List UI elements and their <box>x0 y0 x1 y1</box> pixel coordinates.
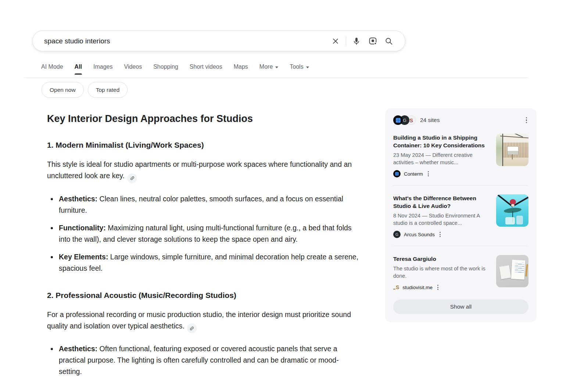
show-all-button[interactable]: Show all <box>393 299 528 314</box>
intro-text: For a professional recording or music pr… <box>47 310 351 330</box>
conterm-favicon-icon <box>393 170 401 177</box>
section-intro: This style is ideal for studio apartment… <box>47 159 360 183</box>
tab-label: Shopping <box>153 64 178 70</box>
bullet-item: Functionality: Maximizing natural light,… <box>58 222 360 245</box>
bullet-list: Aesthetics: Often functional, featuring … <box>47 343 360 377</box>
result-source-name[interactable]: Conterm <box>404 171 423 177</box>
searchbar-divider <box>346 36 346 46</box>
card-item-divider <box>393 246 528 246</box>
tab-tools[interactable]: Tools <box>290 64 309 75</box>
answer-title: Key Interior Design Approaches for Studi… <box>47 112 360 125</box>
bullet-text: Clean lines, neutral color palettes, smo… <box>59 195 343 214</box>
tab-ai-mode[interactable]: AI Mode <box>41 64 63 75</box>
chevron-down-icon <box>275 66 278 68</box>
citation-button[interactable] <box>127 173 137 183</box>
result-title[interactable]: Teresa Gargiulo <box>393 255 490 263</box>
result-title[interactable]: Building a Studio in a Shipping Containe… <box>393 134 490 149</box>
result-menu-button[interactable] <box>436 283 440 291</box>
filter-chip-open-now[interactable]: Open now <box>42 82 84 98</box>
voice-search-button[interactable] <box>348 33 365 49</box>
filter-chips: Open now Top rated <box>42 82 128 98</box>
ai-answer: Key Interior Design Approaches for Studi… <box>47 112 360 377</box>
tab-label: All <box>75 64 82 70</box>
card-menu-button[interactable] <box>524 116 529 125</box>
search-input[interactable] <box>43 37 327 46</box>
result-menu-button[interactable] <box>438 230 442 238</box>
tab-label: Images <box>93 64 112 70</box>
x-icon <box>331 37 340 46</box>
tab-maps[interactable]: Maps <box>234 64 248 75</box>
arcus-favicon-icon: G <box>393 231 401 238</box>
tab-short-videos[interactable]: Short videos <box>190 64 222 75</box>
tab-label: Videos <box>124 64 142 70</box>
result-source-name[interactable]: studiovisit.me <box>402 285 433 290</box>
result-thumbnail[interactable] <box>496 134 528 166</box>
bullet-label: Aesthetics: <box>59 345 97 353</box>
sources-card: G S 24 sites Building a Studio in a Ship… <box>385 108 537 322</box>
bullet-item: Aesthetics: Clean lines, neutral color p… <box>58 193 360 216</box>
lens-search-button[interactable] <box>365 33 381 49</box>
result-thumbnail[interactable] <box>496 194 528 227</box>
conterm-favicon-icon <box>393 115 403 125</box>
sites-count: 24 sites <box>420 117 440 123</box>
source-result-item[interactable]: Building a Studio in a Shipping Containe… <box>393 134 528 178</box>
section-heading: 1. Modern Minimalist (Living/Work Spaces… <box>47 140 360 150</box>
bullet-item: Key Elements: Large windows, simple furn… <box>58 251 360 274</box>
favicon-stack: G S <box>393 115 416 125</box>
tab-shopping[interactable]: Shopping <box>153 64 178 75</box>
source-result-item[interactable]: Teresa Gargiulo The studio is where most… <box>393 255 528 291</box>
tab-label: AI Mode <box>41 64 63 70</box>
tab-videos[interactable]: Videos <box>124 64 142 75</box>
bullet-label: Functionality: <box>59 224 106 232</box>
bullet-label: Aesthetics: <box>59 195 97 203</box>
tab-more[interactable]: More <box>259 64 278 75</box>
studiovisit-favicon-icon: S <box>393 285 399 290</box>
clear-search-button[interactable] <box>327 33 344 49</box>
result-snippet: The studio is where most of the work is … <box>393 265 490 280</box>
google-lens-icon <box>368 36 377 46</box>
result-title[interactable]: What's the Difference Between Studio & L… <box>393 194 490 210</box>
result-thumbnail[interactable] <box>496 255 528 287</box>
result-type-tabs: AI Mode All Images Videos Shopping Short… <box>41 64 309 75</box>
bullet-item: Aesthetics: Often functional, featuring … <box>58 343 360 377</box>
tab-label: Maps <box>234 64 248 70</box>
citation-button[interactable] <box>187 323 197 333</box>
tab-all[interactable]: All <box>75 64 82 75</box>
section-heading: 2. Professional Acoustic (Music/Recordin… <box>47 290 360 301</box>
tab-label: More <box>259 64 273 70</box>
magnifier-icon <box>384 37 393 46</box>
search-submit-button[interactable] <box>381 33 397 49</box>
chevron-down-icon <box>306 66 309 68</box>
section-intro: For a professional recording or music pr… <box>47 309 360 334</box>
tabs-divider <box>24 78 528 78</box>
source-result-item[interactable]: What's the Difference Between Studio & L… <box>393 194 528 238</box>
search-bar[interactable] <box>32 30 405 51</box>
tab-label: Short videos <box>190 64 222 70</box>
intro-text: This style is ideal for studio apartment… <box>47 160 352 180</box>
result-source-name[interactable]: Arcus Sounds <box>404 232 435 237</box>
card-item-divider <box>393 185 528 186</box>
tab-label: Tools <box>290 64 303 70</box>
tab-images[interactable]: Images <box>93 64 112 75</box>
bullet-label: Key Elements: <box>59 253 108 261</box>
filter-chip-top-rated[interactable]: Top rated <box>88 82 128 98</box>
bullet-text: Often functional, featuring exposed or c… <box>59 345 339 375</box>
microphone-icon <box>352 37 361 46</box>
result-snippet: 8 Nov 2024 — Studio Environment A studio… <box>393 212 490 227</box>
result-snippet: 23 May 2024 — Different creative activit… <box>393 151 490 166</box>
result-menu-button[interactable] <box>426 170 430 178</box>
sources-card-header: G S 24 sites <box>393 115 528 125</box>
bullet-list: Aesthetics: Clean lines, neutral color p… <box>47 193 360 274</box>
